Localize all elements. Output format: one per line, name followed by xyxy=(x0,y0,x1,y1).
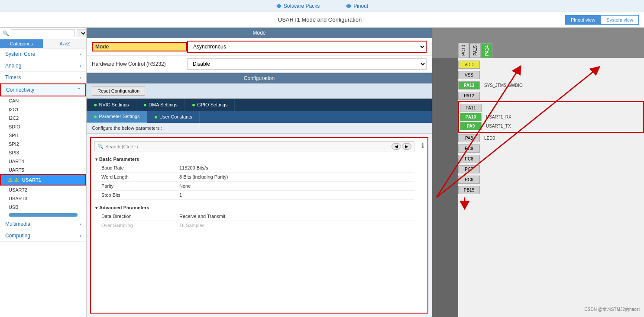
config-header: Configuration xyxy=(87,73,432,83)
pin-pc9[interactable]: PC9 xyxy=(458,144,480,153)
baud-rate-label: Baud Rate xyxy=(101,165,179,170)
pin-row-pc8: PC8 xyxy=(458,155,644,163)
label-pc7 xyxy=(482,168,487,171)
pin-row-pa9: PA9 USART1_TX xyxy=(460,122,642,130)
software-packs-label: Software Packs xyxy=(284,3,320,9)
sidebar-scroll: System Core › Analog › Timers › Connecti… xyxy=(0,48,86,317)
hardware-flow-label: Hardware Flow Control (RS232) xyxy=(92,61,187,67)
pin-pa12[interactable]: PA12 xyxy=(458,92,480,100)
pinout-label: Pinout xyxy=(353,3,368,9)
pin-row-vss: VSS xyxy=(458,71,644,79)
params-search-row: 🔍 ◀ ▶ xyxy=(94,141,414,151)
nav-prev-btn[interactable]: ◀ xyxy=(392,143,401,150)
pin-pc8[interactable]: PC8 xyxy=(458,155,480,163)
mode-select[interactable]: Asynchronous Synchronous Disable xyxy=(187,41,427,53)
stop-bits-value: 1 xyxy=(179,192,182,198)
reset-config-btn[interactable]: Reset Configuration xyxy=(92,86,145,96)
mode-section: Mode Asynchronous Synchronous Disable Ha… xyxy=(87,38,432,73)
pin-vss[interactable]: VSS xyxy=(458,71,480,79)
subitem-sdio[interactable]: SDIO xyxy=(0,122,86,131)
user-constants-subtab[interactable]: ● User Constants xyxy=(147,111,200,123)
mode-label: Mode xyxy=(92,42,187,51)
data-direction-row: Data Direction Receive and Transmit xyxy=(94,212,414,221)
hardware-flow-row: Hardware Flow Control (RS232) Disable CT… xyxy=(87,56,432,73)
sidebar-item-multimedia[interactable]: Multimedia › xyxy=(0,218,86,230)
subitem-spi3[interactable]: SPI3 xyxy=(0,148,86,157)
label-pc6 xyxy=(482,179,487,181)
sidebar-item-timers[interactable]: Timers › xyxy=(0,72,86,83)
view-buttons: Pinout view System view xyxy=(565,15,639,25)
sidebar-dropdown[interactable] xyxy=(77,29,87,37)
hardware-flow-select[interactable]: Disable CTS Only RTS Only CTS/RTS xyxy=(187,58,427,70)
label-pc9 xyxy=(482,147,487,150)
pin-pa10[interactable]: PA10 xyxy=(460,113,482,121)
subitem-spi2[interactable]: SPI2 xyxy=(0,140,86,148)
label-pa10: USART1_RX xyxy=(483,113,514,121)
sidebar-item-connectivity[interactable]: Connectivity ˅ xyxy=(0,83,86,96)
pin-pc7[interactable]: PC7 xyxy=(458,165,480,173)
subitem-uart4[interactable]: UART4 xyxy=(0,157,86,166)
params-info-btn[interactable]: ℹ xyxy=(418,138,427,313)
pin-pb15[interactable]: PB15 xyxy=(458,186,480,194)
params-search-input[interactable] xyxy=(105,144,392,149)
nav-next-btn[interactable]: ▶ xyxy=(402,143,411,150)
pin-row-pa11: PA11 xyxy=(460,104,642,112)
subitem-uart5[interactable]: UART5 xyxy=(0,166,86,174)
pinout-view-btn[interactable]: Pinout view xyxy=(565,15,601,25)
top-pin-labels: PC10 PA15 PA14 xyxy=(432,28,644,58)
subitem-i2c1[interactable]: I2C1 xyxy=(0,105,86,114)
gpio-settings-tab[interactable]: ● GPIO Settings xyxy=(185,99,235,111)
word-length-label: Word Length xyxy=(101,174,179,179)
pin-pa11[interactable]: PA11 xyxy=(460,104,482,112)
subitem-usart3[interactable]: USART3 xyxy=(0,194,86,203)
config-section: Configuration Reset Configuration ● NVIC… xyxy=(87,73,432,317)
subitem-usb[interactable]: USB xyxy=(0,203,86,211)
label-vss xyxy=(482,74,487,77)
sidebar-item-system-core[interactable]: System Core › xyxy=(0,48,86,60)
label-pb15 xyxy=(482,189,487,192)
label-pc8 xyxy=(482,158,487,160)
sidebar-search-input[interactable] xyxy=(11,29,75,37)
pin-pa13[interactable]: PA13 xyxy=(458,81,480,90)
pin-row-pc9: PC9 xyxy=(458,144,644,153)
subitem-i2c2[interactable]: I2C2 xyxy=(0,114,86,122)
pin-pc6[interactable]: PC6 xyxy=(458,176,480,184)
chevron-right-icon: › xyxy=(80,222,81,227)
subitem-usart2[interactable]: USART2 xyxy=(0,186,86,194)
subitem-can[interactable]: CAN xyxy=(0,96,86,105)
chevron-right-icon: › xyxy=(80,75,81,80)
dma-settings-tab[interactable]: ● DMA Settings xyxy=(136,99,185,111)
pin-vdd[interactable]: VDD xyxy=(458,61,480,69)
nvic-settings-tab[interactable]: ● NVIC Settings xyxy=(87,99,136,111)
system-core-label: System Core xyxy=(5,51,35,57)
tab-categories[interactable]: Categories xyxy=(0,39,43,48)
usart-highlight-box: PA11 PA10 USART1_RX PA9 USART1_TX xyxy=(458,101,644,133)
warning-icon: ⚠ xyxy=(14,177,19,183)
chip-area: VDD VSS PA13 SYS_JTMS-SWDIO PA12 xyxy=(432,58,644,317)
pin-row-pa13: PA13 SYS_JTMS-SWDIO xyxy=(458,81,644,90)
basic-params-header[interactable]: Basic Parameters xyxy=(94,155,414,163)
parameter-settings-subtab[interactable]: ● Parameter Settings xyxy=(87,111,147,123)
pin-pa8[interactable]: PA8 xyxy=(458,134,480,142)
subitem-spi1[interactable]: SPI1 xyxy=(0,131,86,140)
sidebar-item-computing[interactable]: Computing › xyxy=(0,230,86,242)
parity-row: Parity None xyxy=(94,182,414,191)
tab-az[interactable]: A->Z xyxy=(43,39,86,48)
pin-row-pb15: PB15 xyxy=(458,186,644,194)
search-icon: 🔍 xyxy=(3,30,9,36)
software-packs-link[interactable]: Software Packs xyxy=(276,3,320,9)
pinout-link[interactable]: Pinout xyxy=(346,3,368,9)
advanced-params-header[interactable]: Advanced Parameters xyxy=(94,203,414,212)
gpio-dot: ● xyxy=(192,101,195,108)
user-label: User Constants xyxy=(159,114,192,119)
sidebar-item-analog[interactable]: Analog › xyxy=(0,60,86,72)
baud-rate-row: Baud Rate 115200 Bits/s xyxy=(94,163,414,173)
computing-label: Computing xyxy=(5,233,30,239)
subitem-usart1[interactable]: ⚠ USART1 xyxy=(0,174,86,186)
word-length-value: 8 Bits (including Parity) xyxy=(179,174,228,179)
system-view-btn[interactable]: System view xyxy=(601,15,639,25)
dma-dot: ● xyxy=(143,101,147,108)
pin-pa9[interactable]: PA9 xyxy=(460,122,482,130)
sidebar-search-row: 🔍 xyxy=(0,28,86,39)
config-toolbar: Reset Configuration xyxy=(87,83,432,99)
